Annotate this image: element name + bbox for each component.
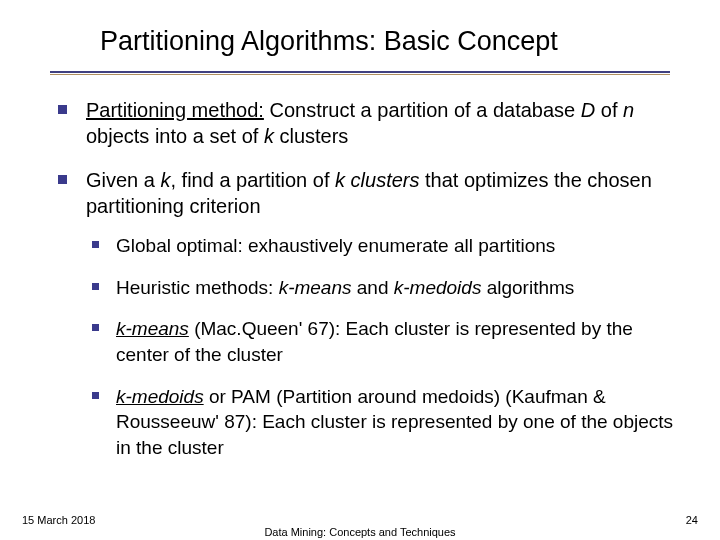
text-italic-underline: k-means [116, 318, 189, 339]
bullet-list-inner: Global optimal: exhaustively enumerate a… [86, 233, 680, 460]
text-italic: D [581, 99, 595, 121]
text-italic: n [623, 99, 634, 121]
sub-bullet-item: Global optimal: exhaustively enumerate a… [86, 233, 680, 259]
text: (Mac.Queen' 67): Each cluster is represe… [116, 318, 633, 365]
text: Given a [86, 169, 160, 191]
text-italic: k-medoids [394, 277, 482, 298]
slide-content: Partitioning method: Construct a partiti… [0, 75, 720, 460]
text: Global optimal: exhaustively enumerate a… [116, 235, 555, 256]
text: clusters [274, 125, 348, 147]
text-italic: k-means [279, 277, 352, 298]
text: Construct a partition of a database [264, 99, 581, 121]
text-underline: Partitioning method: [86, 99, 264, 121]
sub-bullet-item: k-medoids or PAM (Partition around medoi… [86, 384, 680, 461]
footer-page-number: 24 [686, 514, 698, 526]
text: of [595, 99, 623, 121]
text: algorithms [481, 277, 574, 298]
bullet-list-outer: Partitioning method: Construct a partiti… [52, 97, 680, 460]
bullet-item: Partitioning method: Construct a partiti… [52, 97, 680, 149]
footer-title: Data Mining: Concepts and Techniques [0, 526, 720, 538]
footer-date: 15 March 2018 [22, 514, 95, 526]
text: objects into a set of [86, 125, 264, 147]
slide-title: Partitioning Algorithms: Basic Concept [100, 26, 680, 57]
text: Heuristic methods: [116, 277, 279, 298]
text-italic: k [264, 125, 274, 147]
text-italic-underline: k-medoids [116, 386, 204, 407]
text-italic: k [160, 169, 170, 191]
title-area: Partitioning Algorithms: Basic Concept [0, 0, 720, 65]
sub-bullet-item: Heuristic methods: k-means and k-medoids… [86, 275, 680, 301]
text: and [351, 277, 393, 298]
sub-bullet-item: k-means (Mac.Queen' 67): Each cluster is… [86, 316, 680, 367]
text-italic: k clusters [335, 169, 419, 191]
text: , find a partition of [170, 169, 335, 191]
bullet-item: Given a k, find a partition of k cluster… [52, 167, 680, 460]
